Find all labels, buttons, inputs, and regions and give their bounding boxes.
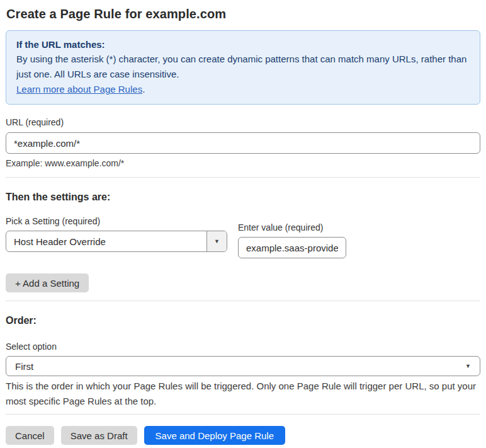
dropdown-arrow-icon: ▼ (465, 364, 471, 369)
learn-more-link[interactable]: Learn more about Page Rules (16, 84, 142, 95)
order-help-text: This is the order in which your Page Rul… (6, 379, 479, 409)
link-period: . (142, 84, 145, 95)
url-input[interactable] (6, 132, 480, 154)
divider (6, 301, 480, 301)
dropdown-arrow-icon: ▼ (214, 239, 220, 244)
pick-setting-value: Host Header Override (6, 231, 206, 251)
cancel-button[interactable]: Cancel (6, 426, 54, 445)
info-box-body: By using the asterisk (*) character, you… (16, 52, 470, 82)
enter-value-column: Enter value (required) (238, 222, 346, 258)
save-draft-button[interactable]: Save as Draft (61, 426, 137, 445)
order-heading: Order: (6, 314, 480, 327)
enter-value-label: Enter value (required) (238, 222, 346, 233)
url-label: URL (required) (6, 117, 480, 128)
divider (6, 414, 480, 415)
pick-setting-select[interactable]: Host Header Override ▼ (6, 231, 227, 252)
setting-row: Pick a Setting (required) Host Header Ov… (6, 215, 480, 258)
dropdown-arrow-button[interactable]: ▼ (206, 231, 227, 251)
order-select-label: Select option (6, 341, 480, 352)
url-match-info-box: If the URL matches: By using the asteris… (6, 30, 480, 105)
save-deploy-button[interactable]: Save and Deploy Page Rule (144, 426, 285, 445)
setting-value-input[interactable] (238, 237, 346, 258)
page-title: Create a Page Rule for example.com (6, 6, 480, 21)
settings-heading: Then the settings are: (6, 191, 480, 204)
order-select[interactable]: First ▼ (6, 356, 480, 376)
info-link-line: Learn more about Page Rules. (16, 82, 470, 97)
divider (6, 177, 480, 178)
create-page-rule-panel: Create a Page Rule for example.com If th… (0, 0, 486, 448)
pick-setting-label: Pick a Setting (required) (6, 215, 227, 227)
add-setting-button[interactable]: + Add a Setting (6, 273, 89, 292)
info-box-heading: If the URL matches: (16, 37, 470, 52)
pick-setting-column: Pick a Setting (required) Host Header Ov… (6, 215, 227, 252)
url-example-hint: Example: www.example.com/* (6, 158, 480, 169)
action-bar: Cancel Save as Draft Save and Deploy Pag… (6, 426, 480, 445)
order-select-value: First (15, 361, 33, 372)
